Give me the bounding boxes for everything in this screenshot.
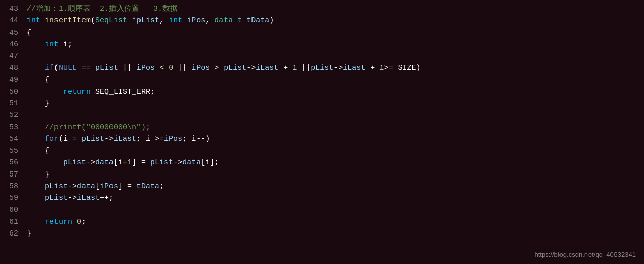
code-line-54: for(i = pList->iLast; i >=iPos; i--) (26, 133, 634, 145)
code-line-52 (26, 109, 634, 121)
ln-58: 58 (0, 181, 18, 192)
ln-43: 43 (0, 3, 18, 15)
ln-44: 44 (0, 15, 18, 26)
code-line-58: pList->data[iPos] = tData; (26, 181, 634, 192)
code-line-45: { (26, 27, 634, 39)
code-line-57: } (26, 169, 634, 181)
code-line-56: pList->data[i+1] = pList->data[i]; (26, 157, 634, 168)
code-editor: 43 44 45 46 47 48 49 50 51 52 53 54 55 5… (0, 0, 644, 243)
ln-50: 50 (0, 86, 18, 98)
ln-47: 47 (0, 50, 18, 62)
code-line-51: } (26, 98, 634, 109)
code-line-61: return 0; (26, 216, 634, 228)
watermark: https://blog.csdn.net/qq_40632341 (535, 250, 636, 260)
ln-48: 48 (0, 62, 18, 74)
code-content: //增加：1.顺序表 2.插入位置 3.数据 int insertItem(Se… (26, 3, 644, 240)
ln-57: 57 (0, 169, 18, 181)
ln-54: 54 (0, 133, 18, 145)
code-line-46: int i; (26, 39, 634, 50)
ln-60: 60 (0, 204, 18, 216)
ln-45: 45 (0, 27, 18, 39)
ln-49: 49 (0, 74, 18, 86)
code-line-47 (26, 50, 634, 62)
code-line-48: if(NULL == pList || iPos < 0 || iPos > p… (26, 62, 634, 74)
ln-52: 52 (0, 109, 18, 121)
ln-46: 46 (0, 39, 18, 50)
ln-62: 62 (0, 228, 18, 240)
ln-59: 59 (0, 192, 18, 204)
code-line-53: //printf("00000000\n"); (26, 122, 634, 133)
code-line-44: int insertItem(SeqList *pList, int iPos,… (26, 15, 634, 26)
line-numbers: 43 44 45 46 47 48 49 50 51 52 53 54 55 5… (0, 3, 26, 240)
ln-56: 56 (0, 157, 18, 168)
ln-61: 61 (0, 216, 18, 228)
code-line-59: pList->iLast++; (26, 192, 634, 204)
ln-51: 51 (0, 98, 18, 109)
code-line-49: { (26, 74, 634, 86)
ln-53: 53 (0, 122, 18, 133)
code-line-62: } (26, 228, 634, 240)
code-line-60 (26, 204, 634, 216)
code-line-55: { (26, 145, 634, 157)
code-line-43: //增加：1.顺序表 2.插入位置 3.数据 (26, 3, 634, 15)
code-line-50: return SEQ_LIST_ERR; (26, 86, 634, 98)
ln-55: 55 (0, 145, 18, 157)
